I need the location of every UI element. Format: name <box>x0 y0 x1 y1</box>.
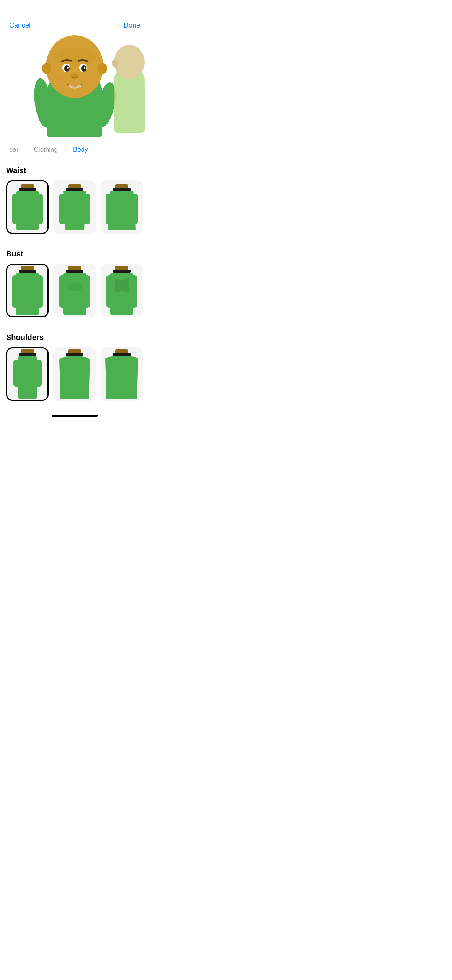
svg-rect-59 <box>13 360 21 387</box>
shoulders-option-3[interactable] <box>101 347 143 401</box>
waist-3-icon <box>104 184 139 230</box>
bust-1-icon <box>10 266 45 315</box>
waist-option-1[interactable] <box>6 180 49 234</box>
svg-rect-35 <box>113 188 131 191</box>
scroll-indicator <box>52 415 98 416</box>
tab-bar: ear Clothing Body <box>0 141 149 158</box>
svg-point-23 <box>114 45 145 79</box>
shoulders-section: Shoulders <box>0 325 149 402</box>
svg-point-19 <box>83 77 93 82</box>
shoulders-2-icon <box>57 349 92 399</box>
waist-title: Waist <box>6 166 143 175</box>
svg-rect-29 <box>34 194 43 224</box>
waist-option-3[interactable] <box>101 180 143 234</box>
svg-rect-62 <box>66 353 83 356</box>
waist-option-2[interactable] <box>53 180 96 234</box>
bust-options <box>6 264 143 319</box>
shoulders-1-icon <box>10 349 45 399</box>
svg-rect-36 <box>106 194 114 224</box>
svg-rect-55 <box>129 275 137 308</box>
tab-clothing[interactable]: Clothing <box>33 141 59 158</box>
waist-1-icon <box>10 184 45 230</box>
svg-rect-54 <box>106 275 115 308</box>
bust-section: Bust <box>0 242 149 319</box>
svg-rect-50 <box>113 270 131 273</box>
svg-point-18 <box>57 77 66 82</box>
svg-rect-44 <box>66 270 83 273</box>
svg-rect-28 <box>12 194 21 224</box>
shoulders-option-2[interactable] <box>53 347 96 401</box>
svg-rect-64 <box>113 353 131 356</box>
tab-headwear[interactable]: ear <box>8 141 20 158</box>
shoulders-options <box>6 347 143 402</box>
side-avatar-svg <box>106 41 149 133</box>
cancel-button[interactable]: Cancel <box>9 21 31 29</box>
tab-body[interactable]: Body <box>72 141 90 158</box>
svg-rect-33 <box>82 194 90 224</box>
shoulders-option-1[interactable] <box>6 347 49 401</box>
svg-rect-31 <box>66 188 83 191</box>
shoulders-title: Shoulders <box>6 333 143 342</box>
svg-point-8 <box>42 63 51 74</box>
svg-rect-26 <box>19 188 36 191</box>
bust-3-icon <box>104 266 139 315</box>
shoulders-3-icon <box>104 349 139 399</box>
svg-point-24 <box>112 59 118 67</box>
bust-option-2[interactable] <box>53 264 96 317</box>
svg-point-13 <box>67 67 69 69</box>
svg-rect-48 <box>82 275 90 308</box>
svg-point-12 <box>64 65 70 72</box>
svg-rect-39 <box>19 270 36 273</box>
bust-title: Bust <box>6 250 143 258</box>
waist-options <box>6 180 143 235</box>
bust-option-1[interactable] <box>6 264 49 317</box>
avatar-head-svg <box>40 34 109 99</box>
svg-rect-60 <box>34 360 42 387</box>
svg-rect-37 <box>129 194 138 224</box>
bust-option-3[interactable] <box>101 264 143 317</box>
avatar-preview <box>0 34 149 141</box>
bust-2-icon <box>57 266 92 315</box>
svg-rect-42 <box>34 275 43 308</box>
main-avatar <box>33 34 117 137</box>
scroll-indicator-area <box>0 407 149 422</box>
svg-point-9 <box>98 63 107 74</box>
waist-2-icon <box>57 184 92 230</box>
svg-rect-32 <box>59 194 68 224</box>
side-avatar <box>106 41 149 133</box>
svg-rect-47 <box>59 275 68 308</box>
svg-point-46 <box>66 282 83 291</box>
svg-rect-57 <box>19 353 36 356</box>
svg-rect-41 <box>12 275 21 308</box>
done-button[interactable]: Done <box>124 21 140 29</box>
waist-section: Waist <box>0 158 149 235</box>
svg-point-16 <box>84 67 85 69</box>
svg-point-10 <box>54 47 96 67</box>
header: Cancel Done <box>0 0 149 34</box>
svg-point-15 <box>81 65 86 72</box>
